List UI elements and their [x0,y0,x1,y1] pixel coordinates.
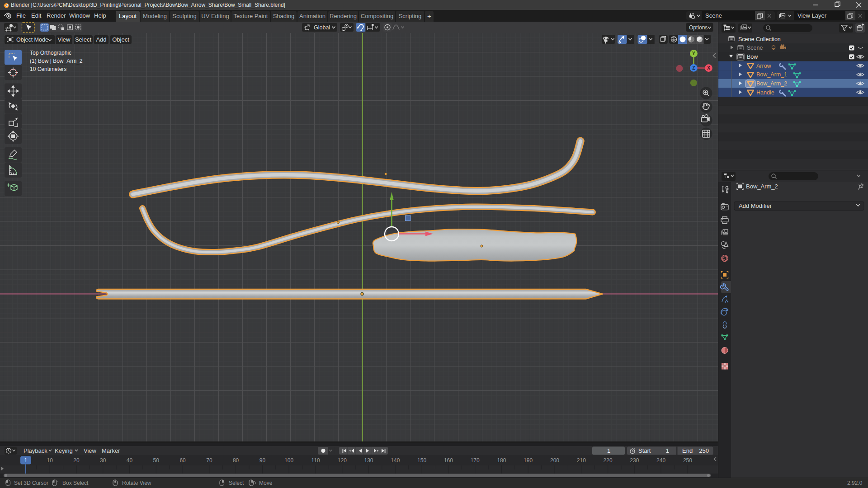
svg-text:20: 20 [73,457,80,464]
svg-text:170: 170 [471,457,480,464]
svg-text:Start: Start [638,447,651,454]
svg-text:160: 160 [444,457,453,464]
svg-text:Playback: Playback [24,447,47,454]
svg-text:Select: Select [229,480,244,486]
svg-text:120: 120 [338,457,347,464]
svg-text:Options: Options [689,24,708,31]
svg-text:1: 1 [666,447,669,454]
svg-text:30: 30 [100,457,106,464]
svg-text:View: View [84,447,97,454]
svg-text:250: 250 [699,447,709,454]
svg-text:Global: Global [314,24,330,31]
svg-text:2.92.0: 2.92.0 [847,480,863,486]
svg-text:Add Modifier: Add Modifier [739,202,772,209]
svg-text:70: 70 [206,457,212,464]
svg-text:200: 200 [550,457,559,464]
svg-text:240: 240 [656,457,665,464]
svg-text:180: 180 [497,457,506,464]
svg-text:90: 90 [259,457,266,464]
svg-text:Arrow: Arrow [756,63,772,69]
svg-text:190: 190 [524,457,533,464]
svg-text:Set 3D Cursor: Set 3D Cursor [14,480,48,486]
svg-text:Bow_Arm_2: Bow_Arm_2 [746,183,778,190]
svg-text:Bow_Arm_2: Bow_Arm_2 [756,80,787,87]
svg-text:60: 60 [179,457,186,464]
svg-text:50: 50 [153,457,160,464]
svg-text:Scene: Scene [747,45,763,51]
svg-text:1: 1 [24,457,28,464]
svg-text:Marker: Marker [102,447,120,454]
svg-text:Y: Y [692,51,695,56]
svg-text:Keying: Keying [55,447,73,454]
svg-text:210: 210 [577,457,586,464]
svg-text:Box Select: Box Select [62,480,89,486]
svg-text:Scene Collection: Scene Collection [738,36,781,42]
svg-text:150: 150 [417,457,426,464]
svg-text:110: 110 [311,457,320,464]
svg-text:X: X [707,66,710,70]
svg-text:100: 100 [284,457,293,464]
svg-text:(1) Bow | Bow_Arm_2: (1) Bow | Bow_Arm_2 [30,58,83,64]
svg-text:Z: Z [692,66,695,70]
svg-text:220: 220 [604,457,613,464]
svg-text:Move: Move [259,480,273,486]
svg-text:10: 10 [47,457,53,464]
svg-text:40: 40 [127,457,133,464]
svg-text:80: 80 [233,457,239,464]
svg-text:End: End [682,447,693,454]
svg-text:250: 250 [683,457,692,464]
svg-text:Top Orthographic: Top Orthographic [30,50,71,56]
svg-text:Bow_Arm_1: Bow_Arm_1 [756,71,787,78]
svg-text:140: 140 [391,457,400,464]
svg-text:Handle: Handle [756,89,774,96]
svg-text:Bow: Bow [747,54,758,60]
svg-text:230: 230 [630,457,639,464]
svg-text:130: 130 [364,457,373,464]
svg-text:10 Centimeters: 10 Centimeters [30,66,66,72]
svg-text:1: 1 [607,447,610,454]
svg-text:Rotate View: Rotate View [122,480,151,486]
